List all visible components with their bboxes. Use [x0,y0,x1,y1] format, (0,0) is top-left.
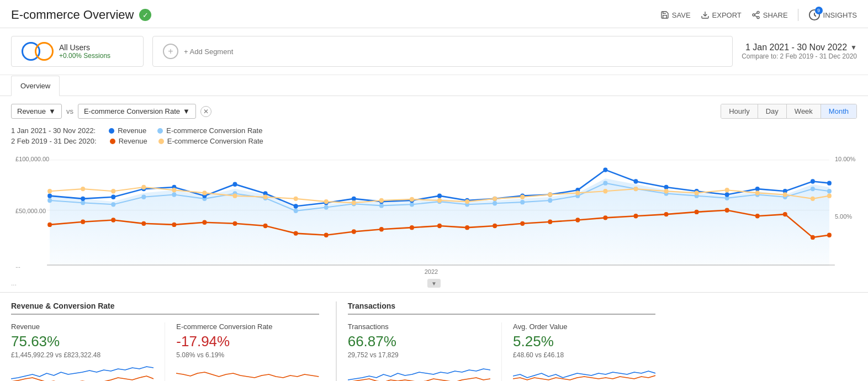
svg-point-109 [324,233,329,237]
circle-orange [35,42,54,61]
transactions-section-title: Transactions [348,301,656,315]
svg-point-98 [811,197,815,201]
svg-point-84 [410,197,414,202]
export-button[interactable]: EXPORT [701,10,742,19]
time-period-buttons: Hourly Day Week Month [721,104,857,119]
legend-item-conv-2: E-commerce Conversion Rate [158,137,263,145]
svg-point-86 [465,199,469,204]
right-empty-area [672,301,857,381]
vs-label: vs [66,107,73,115]
legend-date-2: 2 Feb 2019 - 31 Dec 2020: [11,137,97,145]
svg-point-123 [725,208,729,213]
svg-point-115 [493,224,497,228]
date-range-section: 1 Jan 2021 - 30 Nov 2022 ▼ Compare to: 2… [742,36,857,67]
svg-point-104 [172,223,176,227]
revenue-cards: Revenue 75.63% £1,445,992.29 vs £823,322… [11,322,319,381]
svg-point-107 [263,224,268,228]
revenue-section-title: Revenue & Conversion Rate [11,301,319,315]
conv-rate-card-value: -17.94% [176,333,319,350]
svg-point-125 [783,212,787,216]
share-icon [751,10,760,19]
svg-point-83 [379,198,384,203]
remove-metric-button[interactable]: ✕ [200,106,211,117]
svg-point-1 [757,11,759,13]
avg-order-sparkline [513,362,655,381]
svg-point-65 [664,185,669,189]
transactions-card-value: 66.87% [348,333,490,350]
svg-point-90 [575,190,580,195]
svg-point-27 [379,203,384,208]
time-btn-week[interactable]: Week [787,104,821,118]
add-segment-icon: + [163,44,178,59]
time-btn-hourly[interactable]: Hourly [721,104,758,118]
metric2-dropdown[interactable]: E-commerce Conversion Rate ▼ [78,104,196,119]
revenue-section: Revenue & Conversion Rate Revenue 75.63%… [11,301,319,381]
svg-point-81 [324,199,329,204]
stats-card-revenue: Revenue 75.63% £1,445,992.29 vs £823,322… [11,322,165,381]
svg-point-99 [827,193,832,198]
legend-row-2: 2 Feb 2019 - 31 Dec 2020: Revenue E-comm… [11,137,857,145]
svg-point-127 [827,233,832,237]
revenue-card-value: 75.63% [11,333,154,350]
svg-point-92 [633,187,638,191]
segment-circles [22,42,54,61]
add-segment-button[interactable]: + + Add Segment [152,36,733,67]
scroll-down-button[interactable]: ▼ [427,279,441,288]
svg-point-117 [548,220,552,224]
svg-point-25 [324,205,329,209]
svg-point-18 [111,202,115,207]
all-users-segment[interactable]: All Users +0.00% Sessions [11,36,144,67]
header-divider [798,9,798,21]
legend-row-1: 1 Jan 2021 - 30 Nov 2022: Revenue E-comm… [11,126,857,135]
svg-point-95 [725,188,729,192]
avg-order-card-label: Avg. Order Value [513,322,655,331]
revenue-sparkline [11,362,154,381]
avg-order-card-sub: £48.60 vs £46.18 [513,351,655,359]
legend-label-revenue-2: Revenue [119,137,147,145]
svg-point-67 [725,192,729,197]
conv-rate-card-sub: 5.08% vs 6.19% [176,351,319,359]
revenue-mini-chart [11,362,154,381]
svg-point-46 [111,195,115,199]
svg-point-85 [437,198,442,203]
svg-line-4 [755,15,758,17]
date-range-primary[interactable]: 1 Jan 2021 - 30 Nov 2022 ▼ [745,43,857,52]
time-btn-day[interactable]: Day [758,104,787,118]
legend-label-conv-1: E-commerce Conversion Rate [166,126,262,135]
legend-label-conv-2: E-commerce Conversion Rate [167,137,263,145]
svg-point-97 [783,192,787,197]
svg-point-80 [294,197,298,201]
avg-order-mini-chart [513,362,655,381]
insights-button[interactable]: 9 INSIGHTS [808,9,857,21]
svg-point-106 [233,221,237,226]
svg-point-103 [141,221,146,226]
svg-point-112 [410,225,414,230]
date-range-compare: Compare to: 2 Feb 2019 - 31 Dec 2020 [742,52,857,60]
page-title: E-commerce Overview [11,8,134,22]
header-left: E-commerce Overview ✓ [11,8,151,22]
metric1-dropdown[interactable]: Revenue ▼ [11,104,62,119]
svg-point-122 [695,210,699,214]
tab-overview[interactable]: Overview [11,76,60,96]
share-button[interactable]: SHARE [751,10,788,19]
transactions-card-label: Transactions [348,322,490,331]
legend-dot-revenue-2 [110,139,115,144]
verified-icon: ✓ [139,9,151,21]
export-icon [701,10,710,19]
svg-line-5 [755,13,758,14]
svg-point-120 [633,214,638,218]
svg-point-16 [47,198,52,203]
stats-card-conv-rate: E-commerce Conversion Rate -17.94% 5.08%… [165,322,319,381]
svg-text:...: ... [15,262,20,269]
time-btn-month[interactable]: Month [821,104,856,118]
segment-name: All Users [59,43,110,52]
svg-point-124 [755,214,760,218]
scroll-indicator: ▼ [427,277,441,290]
legend-label-revenue-1: Revenue [118,126,146,135]
page-header: E-commerce Overview ✓ SAVE EXPORT SHARE … [0,0,868,28]
save-button[interactable]: SAVE [660,10,691,19]
revenue-card-label: Revenue [11,322,154,331]
svg-point-100 [47,223,52,227]
svg-point-57 [437,193,442,198]
svg-point-44 [47,193,52,198]
